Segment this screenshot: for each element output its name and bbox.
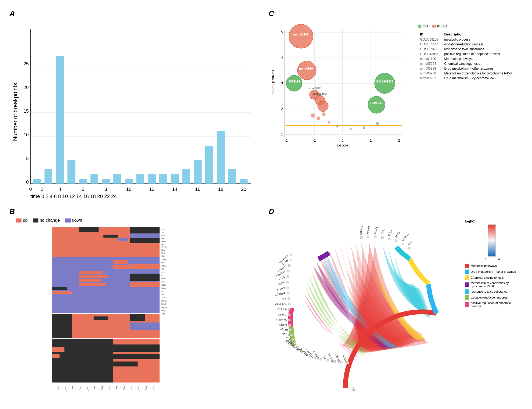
- legend-no-change: no change: [33, 218, 60, 223]
- legend-xenobiotics: Metabolism of xenobiotics by cytochrome …: [465, 281, 519, 288]
- svg-rect-187: [333, 360, 336, 363]
- bar-3: [67, 160, 75, 184]
- svg-text:DDT3: DDT3: [394, 231, 401, 239]
- svg-text:Aldoa: Aldoa: [161, 259, 166, 261]
- svg-text:BCKDHA: BCKDHA: [275, 292, 286, 296]
- legend-down: down: [65, 218, 82, 223]
- logfc-min: -3: [484, 257, 486, 260]
- svg-rect-77: [52, 291, 72, 294]
- panel-c-legend: GO KEGG ID Description: [415, 21, 521, 200]
- svg-text:mmu00983: mmu00983: [308, 87, 321, 90]
- legend-up-label: up: [23, 218, 28, 223]
- svg-rect-71: [113, 265, 133, 269]
- svg-text:10: 10: [126, 186, 131, 192]
- svg-rect-73: [79, 275, 108, 278]
- svg-point-58: [311, 113, 315, 118]
- svg-text:ALDH2: ALDH2: [276, 286, 285, 291]
- chord-diagram-container: PAFAH1B ITGA6 PHLDA3 B3GALT6 PLD1 SOX4: [270, 214, 462, 398]
- svg-text:SLC27A5: SLC27A5: [276, 318, 287, 321]
- svg-text:ALDH6A1: ALDH6A1: [275, 302, 287, 305]
- bar-11: [159, 174, 167, 184]
- svg-text:GO:0043: GO:0043: [370, 101, 382, 105]
- svg-text:Elovl: Elovl: [161, 249, 165, 251]
- svg-text:Pfkl: Pfkl: [161, 262, 164, 264]
- bar-6: [102, 179, 110, 184]
- svg-rect-139: [290, 259, 292, 261]
- svg-rect-86: [130, 330, 160, 338]
- svg-text:GSM1130337_Trend: GSM1130337_Trend: [123, 386, 125, 391]
- svg-rect-203: [388, 238, 390, 240]
- svg-rect-143: [287, 270, 289, 272]
- svg-rect-163: [289, 324, 291, 327]
- x-axis-bubble-label: z-score: [337, 143, 348, 147]
- svg-rect-157: [288, 308, 290, 310]
- svg-text:Fasn: Fasn: [161, 235, 166, 236]
- svg-point-63: [432, 25, 436, 28]
- bubble-mmu01100: [289, 24, 313, 48]
- bar-7: [113, 174, 121, 184]
- svg-text:GSM1130325_Trend: GSM1130325_Trend: [79, 386, 81, 391]
- svg-text:0: 0: [342, 139, 344, 142]
- svg-text:Suclg: Suclg: [161, 287, 166, 289]
- y-axis-label: Number of breakpoints: [12, 83, 19, 141]
- svg-point-59: [322, 112, 326, 116]
- svg-rect-207: [402, 243, 404, 245]
- svg-rect-72: [79, 271, 103, 274]
- svg-rect-151: [287, 292, 289, 294]
- svg-text:5: 5: [281, 30, 283, 34]
- svg-rect-153: [288, 297, 290, 300]
- svg-text:AMY1: AMY1: [282, 332, 289, 336]
- svg-rect-191: [347, 362, 349, 364]
- svg-text:Echs1: Echs1: [161, 303, 166, 305]
- table-row: mmu00980 Metabolism of xenobiotics by cy…: [418, 71, 519, 76]
- svg-text:UGT2B1: UGT2B1: [342, 353, 348, 364]
- heatmap-legend: up no change down: [11, 218, 262, 223]
- panel-b-label: B: [9, 207, 15, 216]
- panel-d-label: D: [269, 207, 274, 216]
- table-row: GO:0055114 oxidation-reduction process: [418, 42, 519, 47]
- svg-text:GSM1130345_Trend: GSM1130345_Trend: [152, 386, 154, 391]
- svg-text:GSM1130321_Trend: GSM1130321_Trend: [57, 386, 59, 391]
- svg-point-52: [336, 125, 339, 128]
- svg-text:0: 0: [29, 186, 32, 192]
- svg-rect-80: [130, 274, 160, 281]
- svg-text:2: 2: [41, 186, 43, 192]
- svg-rect-84: [130, 314, 145, 321]
- svg-rect-185: [327, 359, 329, 361]
- figure-container: A Number of breakpoints 0 5 10 15 20 25: [0, 0, 532, 409]
- svg-text:Aco2: Aco2: [161, 293, 166, 295]
- pathway-table: ID Description GO:0008152 metabolic proc…: [418, 31, 519, 81]
- svg-text:4: 4: [281, 56, 283, 60]
- svg-text:OTC: OTC: [322, 355, 327, 361]
- bar-13: [182, 169, 190, 184]
- table-row: mmu00982 Drug metabolism − cytochrome P4…: [418, 76, 519, 81]
- svg-rect-91: [113, 354, 159, 359]
- svg-text:Gck: Gck: [161, 255, 165, 257]
- bar-16: [217, 131, 225, 184]
- svg-text:GSM1130339_Trend: GSM1130339_Trend: [138, 386, 140, 391]
- svg-rect-161: [288, 319, 290, 321]
- svg-text:ETFA: ETFA: [280, 297, 286, 300]
- svg-text:Hmgcs: Hmgcs: [161, 306, 167, 308]
- go-legend: GO: [418, 24, 428, 28]
- table-header-id: ID: [418, 31, 442, 37]
- logfc-max: 3: [498, 257, 500, 260]
- legend-row: GO KEGG: [418, 24, 519, 28]
- svg-rect-70: [113, 260, 128, 264]
- svg-rect-74: [79, 279, 101, 282]
- bar-2: [56, 56, 64, 184]
- svg-rect-76: [52, 287, 67, 290]
- svg-rect-145: [287, 275, 289, 278]
- svg-rect-205: [395, 240, 397, 242]
- heatmap-nochange-block: [52, 339, 113, 382]
- svg-text:GSM1130329_Trend: GSM1130329_Trend: [101, 386, 103, 391]
- svg-text:GSTO1: GSTO1: [278, 313, 287, 316]
- svg-text:20: 20: [23, 85, 28, 90]
- svg-rect-82: [52, 314, 72, 338]
- arc-drug-other: [429, 284, 437, 313]
- svg-rect-64: [79, 227, 99, 232]
- svg-text:CYP2C3: CYP2C3: [312, 351, 320, 361]
- svg-text:1: 1: [281, 132, 283, 136]
- arc-apoptotic: [291, 308, 292, 327]
- panel-a-label: A: [9, 9, 15, 18]
